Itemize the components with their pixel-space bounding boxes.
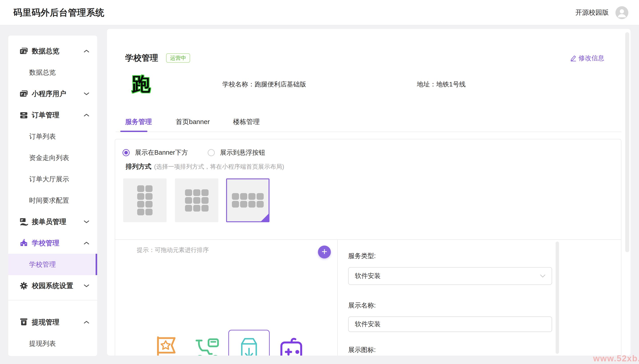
chevron-up-icon: [83, 49, 90, 53]
grid-cell: [193, 197, 200, 204]
sidebar-item-campus-settings[interactable]: 校园系统设置: [8, 275, 97, 296]
atm-yen-icon: ¥: [19, 317, 29, 327]
edit-pencil-icon: [570, 55, 577, 62]
sidebar-subitem-order-list[interactable]: 订单列表: [8, 126, 97, 147]
grid-cell: [185, 205, 192, 212]
radio-float-button[interactable]: [208, 149, 215, 156]
user-avatar[interactable]: [615, 6, 628, 19]
grid-preview-2x4: [137, 185, 153, 215]
tab-home-banner[interactable]: 首页banner: [176, 117, 210, 126]
service-type-value: 软件安装: [355, 272, 381, 280]
arrangement-header: 排列方式 (选择一项排列方式，将在小程序端首页展示布局): [126, 162, 284, 171]
grid-cell: [137, 201, 144, 208]
sidebar-subitem-fund-flow-list[interactable]: 资金走向列表: [8, 147, 97, 168]
service-item-flag[interactable]: [155, 335, 177, 356]
app-title: 码里码外后台管理系统: [13, 0, 105, 25]
sort-panel-divider: [115, 239, 621, 240]
tab-service-management[interactable]: 服务管理: [125, 117, 152, 126]
chevron-down-icon: [83, 284, 90, 288]
edit-info-link[interactable]: 修改信息: [570, 54, 604, 63]
arrangement-option-4col-selected[interactable]: [226, 178, 269, 222]
grid-cell: [145, 193, 153, 200]
radio-banner-below[interactable]: [123, 149, 130, 156]
grid-cell: [232, 201, 239, 208]
game-controller-icon: [278, 336, 305, 356]
form-scrollbar-thumb[interactable]: [556, 242, 559, 354]
edition-label: 开源校园版: [575, 0, 609, 25]
sidebar-item-label: 学校管理: [32, 238, 59, 248]
grid-cell: [232, 193, 239, 200]
app-root: 码里码外后台管理系统 开源校园版 数据总览 数据总览: [0, 0, 639, 364]
service-item-scooter[interactable]: [194, 337, 222, 356]
sidebar: 数据总览 数据总览 小程序用户: [8, 36, 97, 356]
grid-cell: [137, 209, 144, 215]
school-name-text: 学校名称：跑腿便利店基础版: [222, 80, 306, 89]
sidebar-item-courier-management[interactable]: 接单员管理: [8, 211, 97, 232]
school-logo: 跑: [130, 73, 152, 95]
chevron-up-icon: [83, 241, 90, 245]
sidebar-item-label: 校园系统设置: [32, 281, 73, 290]
display-position-radios: 展示在Banner下方 展示到悬浮按钮: [123, 147, 265, 158]
top-header: 码里码外后台管理系统 开源校园版: [0, 0, 639, 25]
sidebar-subitem-data-overview[interactable]: 数据总览: [8, 62, 97, 83]
sidebar-item-order-management[interactable]: 订单管理: [8, 104, 97, 126]
sidebar-subitem-order-hall[interactable]: 订单大厅展示: [8, 168, 97, 190]
sidebar-item-label: 学校管理: [29, 260, 56, 269]
sidebar-item-label: 小程序用户: [32, 89, 66, 98]
sidebar-item-miniprogram-users[interactable]: 小程序用户: [8, 83, 97, 104]
service-type-select[interactable]: 软件安装: [348, 267, 552, 285]
radio-banner-below-label: 展示在Banner下方: [135, 148, 188, 157]
grid-cell: [257, 201, 264, 208]
grid-cell: [201, 189, 209, 196]
sidebar-item-label: 提现列表: [29, 339, 56, 348]
sidebar-item-data-overview[interactable]: 数据总览: [8, 40, 97, 62]
add-service-button[interactable]: +: [318, 246, 331, 258]
service-item-software-install-selected[interactable]: [228, 330, 270, 356]
arrangement-option-2col[interactable]: [123, 178, 167, 222]
display-name-label: 展示名称:: [348, 301, 376, 310]
school-logo-char: 跑: [132, 75, 151, 93]
chevron-up-icon: [83, 113, 90, 117]
drag-sort-hint: 提示：可拖动元素进行排序: [137, 246, 209, 254]
main-content-card: 学校管理 运营中 修改信息 跑 学校名称：跑腿便利店基础版 地址：地铁1号线 服…: [107, 29, 630, 356]
sidebar-item-school-management[interactable]: 学校管理: [8, 232, 97, 254]
hand-card-icon: [19, 217, 29, 227]
svg-text:¥: ¥: [23, 321, 25, 325]
grid-preview-4x2: [232, 193, 264, 208]
sidebar-divider: [8, 300, 97, 300]
chevron-up-icon: [83, 320, 90, 324]
grid-cell: [137, 193, 144, 200]
sidebar-subitem-withdraw-list[interactable]: 提现列表: [8, 333, 97, 354]
active-tab-indicator: [120, 131, 147, 132]
delivery-scooter-icon: [194, 337, 222, 356]
sidebar-item-label: 时间要求配置: [29, 196, 69, 205]
grid-cell: [145, 209, 153, 215]
arrangement-option-3col[interactable]: [175, 178, 218, 222]
package-download-icon: [238, 336, 260, 356]
tabbar-border: [116, 132, 621, 132]
grid-cell: [145, 185, 153, 192]
tab-building-management[interactable]: 楼栋管理: [233, 117, 260, 126]
content-scrollbar-thumb[interactable]: [625, 32, 629, 252]
display-name-input[interactable]: [348, 316, 552, 332]
sidebar-item-withdraw-management[interactable]: ¥ 提现管理: [8, 312, 97, 333]
edit-info-label: 修改信息: [578, 54, 604, 63]
sidebar-subitem-time-config[interactable]: 时间要求配置: [8, 190, 97, 211]
sidebar-subitem-school-management[interactable]: 学校管理: [8, 254, 97, 275]
grid-cell: [248, 193, 255, 200]
sidebar-item-label: 订单管理: [32, 110, 59, 120]
gear-icon: [19, 281, 29, 291]
grid-preview-3x3: [185, 189, 209, 212]
grid-cell: [248, 201, 255, 208]
service-item-gamepad[interactable]: [278, 336, 305, 356]
grid-cell: [193, 205, 200, 212]
grid-cell: [185, 197, 192, 204]
grid-cell: [145, 201, 153, 208]
grid-cell: [185, 189, 192, 196]
grid-cell: [257, 193, 264, 200]
user-icon: [615, 6, 628, 19]
drawer-stack-icon: [19, 110, 29, 120]
sidebar-item-label: 数据总览: [32, 46, 59, 56]
grid-cell: [201, 205, 209, 212]
sidebar-item-label: 订单列表: [29, 132, 56, 141]
